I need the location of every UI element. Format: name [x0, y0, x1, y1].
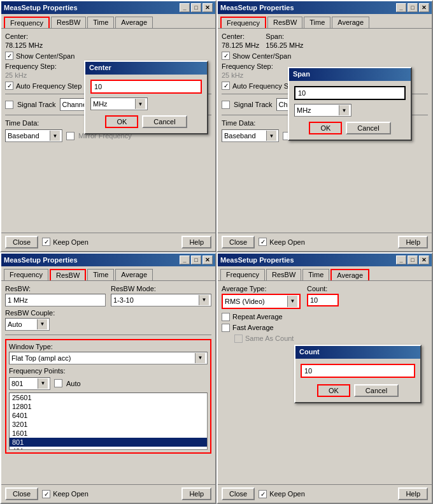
avg-type-select-br[interactable]: RMS (Video) ▼	[223, 295, 299, 308]
close-btn-footer-br[interactable]: Close	[222, 487, 255, 500]
same-as-count-label-br: Same As Count	[245, 335, 294, 342]
show-center-span-cb-tr[interactable]	[222, 52, 230, 60]
resbw-input-bl[interactable]	[5, 294, 106, 306]
tab-frequency-bl[interactable]: Frequency	[4, 269, 48, 280]
listbox-item-801[interactable]: 801	[10, 438, 207, 447]
auto-freq-step-cb-tl[interactable]	[5, 82, 13, 90]
tab-average-tl[interactable]: Average	[115, 17, 153, 28]
center-cancel-btn-tl[interactable]: Cancel	[142, 115, 187, 128]
close-btn-footer-tr[interactable]: Close	[222, 236, 255, 248]
listbox-bl[interactable]: 25601 12801 6401 3201 1601 801 401 201	[9, 392, 208, 450]
help-btn-tl[interactable]: Help	[181, 236, 211, 248]
help-btn-bl[interactable]: Help	[181, 487, 211, 500]
help-btn-br[interactable]: Help	[398, 487, 428, 500]
resbw-couple-select-bl[interactable]: Auto ▼	[5, 318, 50, 331]
time-data-select-tl[interactable]: Baseband ▼	[5, 129, 62, 142]
tab-average-tr[interactable]: Average	[332, 17, 369, 28]
tab-resbw-bl[interactable]: ResBW	[50, 269, 86, 280]
minimize-btn-tl[interactable]: _	[180, 3, 190, 12]
center-popup-content-tl: MHz ▼ OK Cancel	[85, 75, 207, 133]
signal-track-label-tr: Signal Track	[234, 101, 273, 108]
tab-frequency-tr[interactable]: Frequency	[220, 17, 266, 28]
titlebar-buttons-tr: _ □ ✕	[396, 3, 429, 12]
restore-btn-bl[interactable]: □	[191, 256, 201, 264]
content-br: Average Type: RMS (Video) ▼ Count: Repea…	[218, 280, 432, 485]
span-cancel-btn-tr[interactable]: Cancel	[346, 122, 390, 134]
tab-resbw-tl[interactable]: ResBW	[51, 17, 86, 28]
listbox-item-12801[interactable]: 12801	[10, 402, 207, 411]
same-as-count-row-br: Same As Count	[222, 335, 428, 343]
center-label-tr: Center:	[222, 32, 259, 40]
repeat-avg-row-br: Repeat Average	[222, 313, 428, 321]
minimize-btn-bl[interactable]: _	[180, 256, 190, 264]
close-btn-tl[interactable]: ✕	[202, 3, 213, 12]
count-popup-input-br[interactable]	[301, 364, 415, 378]
center-label-tl: Center:	[5, 32, 211, 40]
signal-track-cb-tr[interactable]	[222, 101, 230, 109]
span-ok-btn-tr[interactable]: OK	[309, 122, 342, 134]
keep-open-cb-br[interactable]	[259, 490, 267, 498]
tab-time-tl[interactable]: Time	[87, 17, 114, 28]
tab-average-br[interactable]: Average	[330, 269, 369, 280]
close-btn-bl[interactable]: ✕	[202, 256, 213, 264]
tab-resbw-tr[interactable]: ResBW	[267, 17, 302, 28]
footer-bl: Close Keep Open Help	[1, 484, 215, 503]
tab-average-bl[interactable]: Average	[115, 269, 153, 280]
auto-freq-step-cb-tr[interactable]	[222, 82, 230, 90]
freq-points-select-bl[interactable]: 801 ▼	[9, 377, 50, 390]
keep-open-cb-tr[interactable]	[259, 238, 267, 246]
tab-resbw-br[interactable]: ResBW	[266, 269, 301, 280]
resbw-mode-col-bl: ResBW Mode: 1-3-10 ▼	[111, 285, 211, 306]
mirror-freq-cb-tl[interactable]	[66, 132, 75, 140]
avg-type-select-wrapper-br: RMS (Video) ▼	[222, 294, 301, 309]
center-span-row-tr: Center: 78.125 MHz Span: 156.25 MHz	[222, 32, 428, 52]
help-btn-tr[interactable]: Help	[398, 236, 428, 248]
count-cancel-btn-br[interactable]: Cancel	[354, 384, 399, 397]
title-top-right: MeasSetup Properties	[220, 4, 294, 11]
repeat-avg-cb-br[interactable]	[222, 313, 230, 321]
resbw-mode-select-bl[interactable]: 1-3-10 ▼	[111, 294, 211, 306]
resbw-mode-arrow-bl: ▼	[199, 295, 209, 305]
titlebar-top-left: MeasSetup Properties _ □ ✕	[1, 1, 215, 14]
time-data-select-tr[interactable]: Baseband ▼	[222, 129, 279, 142]
close-btn-tr[interactable]: ✕	[419, 3, 429, 12]
listbox-item-3201[interactable]: 3201	[10, 420, 207, 429]
listbox-item-25601[interactable]: 25601	[10, 393, 207, 402]
tab-time-tr[interactable]: Time	[304, 17, 330, 28]
span-unit-row-tr: MHz ▼	[294, 104, 406, 117]
titlebar-buttons-br: _ □ ✕	[396, 256, 429, 264]
tab-frequency-br[interactable]: Frequency	[220, 269, 265, 280]
count-input-br[interactable]	[307, 294, 339, 306]
show-center-span-row-tr: Show Center/Span	[222, 52, 428, 60]
tab-time-br[interactable]: Time	[302, 269, 329, 280]
tab-time-bl[interactable]: Time	[87, 269, 114, 280]
span-unit-select-tr[interactable]: MHz ▼	[294, 104, 351, 117]
listbox-item-1601[interactable]: 1601	[10, 429, 207, 438]
keep-open-cb-tl[interactable]	[42, 238, 50, 246]
center-unit-select-tl[interactable]: MHz ▼	[90, 97, 148, 110]
close-btn-footer-tl[interactable]: Close	[5, 236, 38, 248]
minimize-btn-tr[interactable]: _	[396, 3, 406, 12]
count-ok-btn-br[interactable]: OK	[317, 384, 350, 397]
freq-points-label-bl: Frequency Points:	[9, 367, 66, 375]
restore-btn-tr[interactable]: □	[408, 3, 418, 12]
listbox-item-6401[interactable]: 6401	[10, 411, 207, 420]
restore-btn-br[interactable]: □	[408, 256, 418, 264]
window-type-select-bl[interactable]: Flat Top (ampl acc) ▼	[9, 352, 208, 364]
close-btn-br[interactable]: ✕	[419, 256, 429, 264]
listbox-item-401[interactable]: 401	[10, 447, 207, 450]
tab-frequency-tl[interactable]: Frequency	[4, 17, 50, 28]
show-center-span-cb-tl[interactable]	[5, 52, 13, 60]
fast-avg-row-br: Fast Average	[222, 324, 428, 332]
keep-open-cb-bl[interactable]	[42, 490, 50, 498]
fast-avg-cb-br[interactable]	[222, 324, 230, 332]
center-input-tl[interactable]	[90, 80, 202, 94]
auto-cb-bl[interactable]	[54, 379, 62, 387]
center-ok-btn-tl[interactable]: OK	[105, 115, 138, 128]
close-btn-footer-bl[interactable]: Close	[5, 487, 38, 500]
signal-track-cb-tl[interactable]	[5, 101, 13, 109]
minimize-btn-br[interactable]: _	[396, 256, 406, 264]
span-input-tr[interactable]	[294, 86, 406, 100]
restore-btn-tl[interactable]: □	[191, 3, 201, 12]
center-unit-row-tl: MHz ▼	[90, 97, 202, 110]
